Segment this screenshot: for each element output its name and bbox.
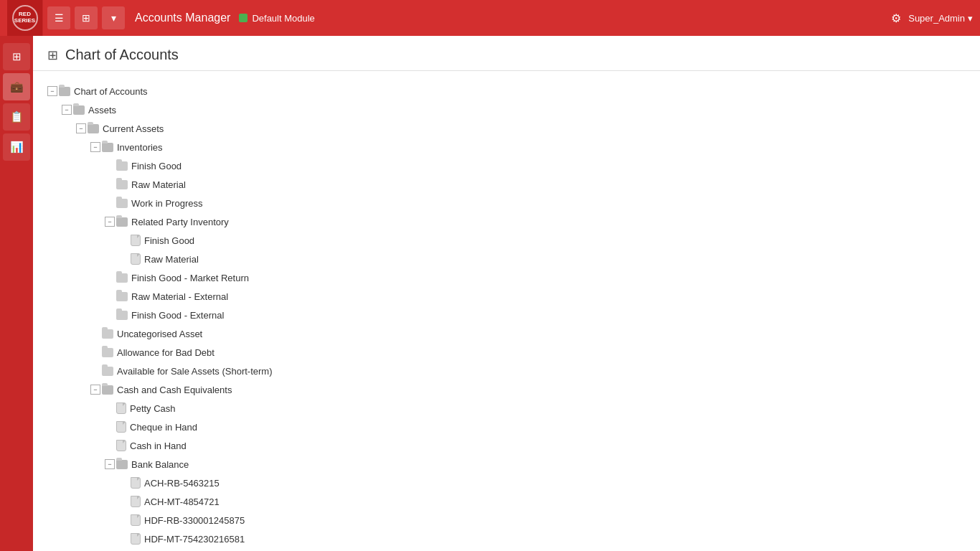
folder-icon	[116, 311, 128, 320]
tree-row[interactable]: Finish Good	[47, 231, 966, 250]
settings-button[interactable]: ⚙	[891, 11, 901, 25]
username: Super_Admin	[908, 13, 965, 24]
folder-icon	[116, 180, 128, 189]
toggle-inventories[interactable]: −	[90, 142, 100, 152]
toggle-bank-balance[interactable]: −	[105, 459, 115, 469]
node-label: Finish Good - Market Return	[131, 273, 249, 283]
tree-row[interactable]: − Current Assets	[47, 119, 966, 138]
sidebar-item-charts[interactable]: 📊	[3, 133, 30, 161]
node-label: Current Assets	[103, 123, 164, 134]
tree-row[interactable]: Finish Good	[47, 156, 966, 175]
doc-icon	[131, 533, 141, 545]
tree-row[interactable]: Cheque in Hand	[47, 418, 966, 436]
folder-icon	[116, 217, 128, 227]
node-label: ACH-MT-4854721	[144, 496, 220, 507]
folder-icon	[102, 329, 113, 339]
doc-icon	[116, 402, 126, 414]
tree-row[interactable]: Work in Progress	[47, 194, 966, 212]
node-label: Inventories	[117, 142, 163, 153]
folder-icon	[116, 161, 128, 171]
sidebar: ⊞ 💼 📋 📊	[0, 36, 33, 551]
tree-row[interactable]: HDF-MT-754230216581	[47, 529, 966, 548]
tree-row[interactable]: Cash in Hand	[47, 436, 966, 455]
tree-row[interactable]: Petty Cash	[47, 399, 966, 418]
tree-row[interactable]: HDF-RB-330001245875	[47, 511, 966, 529]
page-header: ⊞ Chart of Accounts	[33, 36, 980, 71]
page-icon: ⊞	[47, 47, 58, 63]
doc-icon	[131, 253, 141, 265]
folder-icon	[116, 292, 128, 301]
node-label: Petty Cash	[130, 403, 176, 414]
page-title: Chart of Accounts	[65, 47, 179, 63]
module-indicator: Default Module	[239, 13, 314, 24]
folder-icon	[73, 105, 85, 115]
main-container: ⊞ Chart of Accounts − Chart of Accounts …	[33, 36, 980, 551]
folder-icon	[102, 385, 113, 395]
toggle-assets[interactable]: −	[62, 105, 72, 115]
tree-row[interactable]: − Related Party Inventory	[47, 212, 966, 231]
node-label: Allowance for Bad Debt	[117, 347, 215, 358]
sidebar-item-accounts[interactable]: 💼	[3, 73, 30, 100]
node-label: Bank Balance	[131, 459, 189, 470]
folder-icon	[102, 143, 113, 152]
tree-row[interactable]: − Cash and Cash Equivalents	[47, 380, 966, 399]
doc-icon	[131, 514, 141, 526]
node-label: Work in Progress	[131, 198, 202, 209]
tree-row[interactable]: Available for Sale Assets (Short-term)	[47, 362, 966, 380]
chevron-button[interactable]: ▾	[102, 6, 125, 29]
tree-row[interactable]: ACH-MT-4854721	[47, 492, 966, 511]
menu-toggle-button[interactable]: ☰	[47, 6, 70, 29]
navbar-right: ⚙ Super_Admin ▾	[891, 11, 973, 25]
tree-row[interactable]: Finish Good - Market Return	[47, 268, 966, 287]
tree-row[interactable]: Finish Good - External	[47, 306, 966, 324]
tree-row[interactable]: Allowance for Bad Debt	[47, 343, 966, 362]
doc-icon	[116, 440, 126, 451]
doc-icon	[116, 421, 126, 433]
user-menu-button[interactable]: Super_Admin ▾	[908, 13, 973, 24]
toggle-cash-equivalents[interactable]: −	[90, 385, 100, 395]
doc-icon	[131, 496, 141, 507]
logo-circle: REDSERIES	[12, 5, 38, 31]
tree-row[interactable]: − Chart of Accounts	[47, 82, 966, 100]
folder-icon	[116, 460, 128, 469]
node-label: Raw Material - External	[131, 291, 228, 302]
tree-row[interactable]: Uncategorised Asset	[47, 324, 966, 343]
node-label: Chart of Accounts	[74, 86, 148, 97]
node-label: Raw Material	[144, 254, 199, 265]
app-title: Accounts Manager	[135, 11, 230, 24]
doc-icon	[131, 477, 141, 489]
node-label: HDF-RB-330001245875	[144, 515, 245, 526]
toggle-chart-of-accounts[interactable]: −	[47, 86, 57, 96]
node-label: Uncategorised Asset	[117, 329, 202, 339]
tree-row[interactable]: − Assets	[47, 100, 966, 119]
user-dropdown-arrow: ▾	[968, 13, 973, 24]
grid-button[interactable]: ⊞	[75, 6, 98, 29]
tree-container: − Chart of Accounts − Assets − Current A…	[33, 71, 980, 551]
node-label: ACH-RB-5463215	[144, 478, 220, 489]
node-label: Related Party Inventory	[131, 217, 229, 227]
tree-row[interactable]: Raw Material - External	[47, 287, 966, 306]
node-label: Finish Good	[144, 235, 194, 246]
node-label: HDF-MT-754230216581	[144, 534, 245, 545]
node-label: Available for Sale Assets (Short-term)	[117, 366, 273, 377]
sidebar-item-dashboard[interactable]: ⊞	[3, 43, 30, 70]
folder-icon	[116, 199, 128, 208]
module-status-dot	[239, 14, 248, 22]
sidebar-item-reports[interactable]: 📋	[3, 103, 30, 131]
folder-icon	[102, 367, 113, 376]
folder-icon	[59, 87, 70, 96]
node-label: Cheque in Hand	[130, 422, 197, 433]
app-logo: REDSERIES	[7, 0, 43, 36]
node-label: Raw Material	[131, 179, 186, 190]
folder-icon	[116, 273, 128, 283]
node-label: Finish Good	[131, 161, 182, 171]
tree-row[interactable]: Raw Material	[47, 175, 966, 194]
tree-row[interactable]: Raw Material	[47, 250, 966, 268]
tree-row[interactable]: − Bank Balance	[47, 455, 966, 474]
tree-row[interactable]: − Inventories	[47, 138, 966, 156]
tree-row[interactable]: ACH-RB-5463215	[47, 474, 966, 492]
toggle-related-party[interactable]: −	[105, 217, 115, 227]
node-label: Finish Good - External	[131, 310, 224, 321]
toggle-current-assets[interactable]: −	[76, 123, 86, 133]
folder-icon	[88, 124, 99, 133]
